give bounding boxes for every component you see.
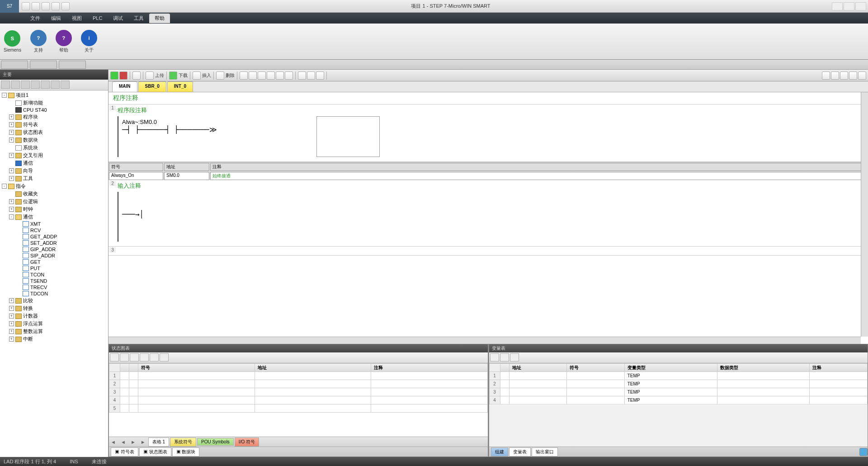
- tb2-button[interactable]: [30, 61, 57, 69]
- menu-edit[interactable]: 编辑: [46, 14, 66, 23]
- panel-tb-icon[interactable]: [500, 353, 509, 361]
- tree-item[interactable]: TCON: [1, 271, 107, 278]
- delete-button[interactable]: 删除: [216, 71, 235, 80]
- menu-file[interactable]: 文件: [25, 14, 46, 23]
- bottom-tab[interactable]: ▣ 状态图表: [139, 447, 171, 456]
- tree-item[interactable]: +向导: [1, 167, 107, 175]
- expand-icon[interactable]: +: [9, 207, 14, 212]
- contact-always-on[interactable]: Alwa~:SM0.0 ─┤ ├──────┤ ├───────≫: [122, 119, 217, 134]
- panel-tb-icon[interactable]: [150, 353, 159, 361]
- expand-icon[interactable]: +: [9, 130, 14, 135]
- qat-new-icon[interactable]: [22, 2, 30, 10]
- tree-item[interactable]: TRECV: [1, 284, 107, 290]
- tree-item[interactable]: XMT: [1, 221, 107, 227]
- ribbon-help-button[interactable]: ? 帮助: [56, 30, 72, 53]
- panel-tb-icon[interactable]: [490, 353, 499, 361]
- tab-build[interactable]: 组建: [491, 447, 508, 456]
- tree-toolbar-icon[interactable]: [61, 81, 70, 89]
- tree-toolbar-icon[interactable]: [51, 81, 60, 89]
- tree-item[interactable]: +中断: [1, 335, 107, 343]
- expand-icon[interactable]: +: [9, 329, 14, 334]
- compile-icon[interactable]: [132, 71, 141, 80]
- tree-item[interactable]: +数据块: [1, 136, 107, 144]
- tree-item[interactable]: +程序块: [1, 113, 107, 121]
- network-3[interactable]: 3: [108, 247, 868, 256]
- panel-tb-icon[interactable]: [130, 353, 139, 361]
- tab-main[interactable]: MAIN: [112, 81, 137, 92]
- expand-icon[interactable]: +: [9, 168, 14, 173]
- table-row[interactable]: 2TEMP: [489, 380, 868, 388]
- expand-icon[interactable]: -: [2, 93, 7, 98]
- table-row[interactable]: 3TEMP: [489, 388, 868, 396]
- expand-icon[interactable]: +: [9, 306, 14, 311]
- maximize-button[interactable]: [844, 2, 854, 10]
- ribbon-siemens-button[interactable]: S Siemens: [4, 30, 21, 52]
- vertical-scrollbar[interactable]: [861, 92, 868, 337]
- toolbar-icon[interactable]: [267, 71, 275, 80]
- tab-pou-symbols[interactable]: POU Symbols: [197, 438, 234, 446]
- toolbar-icon[interactable]: [240, 71, 248, 80]
- tab-sbr0[interactable]: SBR_0: [138, 81, 166, 92]
- menu-debug[interactable]: 调试: [108, 14, 128, 23]
- tree-item[interactable]: 通信: [1, 159, 107, 167]
- toolbar-icon[interactable]: [249, 71, 257, 80]
- tree-item[interactable]: -通信: [1, 213, 107, 221]
- table-row[interactable]: 1TEMP: [489, 372, 868, 380]
- panel-tb-icon[interactable]: [140, 353, 149, 361]
- tree-item[interactable]: +工具: [1, 175, 107, 182]
- tab-int0[interactable]: INT_0: [167, 81, 193, 92]
- tree-item[interactable]: GIP_ADDR: [1, 246, 107, 252]
- tree-item[interactable]: GET: [1, 259, 107, 265]
- tree-item[interactable]: TSEND: [1, 278, 107, 284]
- menu-plc[interactable]: PLC: [87, 14, 108, 22]
- network-2[interactable]: 2 输入注释 ───→│: [108, 180, 868, 247]
- toolbar-icon[interactable]: [831, 71, 839, 80]
- tree-item[interactable]: CPU ST40: [1, 107, 107, 113]
- toolbar-icon[interactable]: [858, 71, 866, 80]
- variable-table-grid[interactable]: 地址 符号 变量类型 数据类型 注释 1TEMP2TEMP3TEMP4TEMP: [489, 363, 868, 405]
- toolbar-icon[interactable]: [298, 71, 306, 80]
- toolbar-icon[interactable]: [285, 71, 293, 80]
- expand-icon[interactable]: +: [9, 114, 14, 119]
- expand-icon[interactable]: -: [9, 214, 14, 219]
- panel-tb-icon[interactable]: [120, 353, 129, 361]
- tab-variable-table[interactable]: 变量表: [509, 447, 531, 456]
- bottom-tab[interactable]: ▣ 符号表: [111, 447, 138, 456]
- tree-item[interactable]: -项目1: [1, 91, 107, 99]
- tree-item[interactable]: 新增功能: [1, 99, 107, 107]
- tree-item[interactable]: +转换: [1, 304, 107, 312]
- tree-item[interactable]: SET_ADDR: [1, 240, 107, 246]
- table-row[interactable]: 4TEMP: [489, 396, 868, 404]
- menu-view[interactable]: 视图: [66, 14, 87, 23]
- stop-icon[interactable]: [119, 71, 127, 80]
- expand-icon[interactable]: +: [9, 337, 14, 342]
- tree-toolbar-icon[interactable]: [11, 81, 20, 89]
- tree-toolbar-icon[interactable]: [31, 81, 40, 89]
- minimize-button[interactable]: [832, 2, 843, 10]
- panel-tb-icon[interactable]: [160, 353, 169, 361]
- app-logo[interactable]: S7: [0, 0, 19, 13]
- toolbar-icon[interactable]: [849, 71, 857, 80]
- expand-icon[interactable]: +: [9, 321, 14, 326]
- tree-item[interactable]: GET_ADDP: [1, 233, 107, 240]
- tree-item[interactable]: RCV: [1, 227, 107, 233]
- tree-item[interactable]: 收藏夹: [1, 190, 107, 198]
- insert-button[interactable]: 插入: [193, 71, 211, 80]
- tree-item[interactable]: +整数运算: [1, 328, 107, 335]
- tree-item[interactable]: +比较: [1, 297, 107, 304]
- tab-system-symbols[interactable]: 系统符号: [170, 437, 196, 447]
- download-button[interactable]: 下载: [169, 71, 188, 80]
- horizontal-scrollbar[interactable]: [108, 337, 861, 344]
- network-1[interactable]: 1 程序段注释 Alwa~:SM0.0 ─┤ ├──────┤ ├───────…: [108, 105, 868, 162]
- bottom-tab[interactable]: ▣ 数据块: [172, 447, 200, 456]
- expand-icon[interactable]: +: [9, 176, 14, 181]
- tree-item[interactable]: +计数器: [1, 312, 107, 320]
- tb2-button[interactable]: [59, 61, 86, 69]
- expand-icon[interactable]: +: [9, 138, 14, 143]
- status-chart-grid[interactable]: 符号 地址 注释 1 2 3 4 5: [109, 363, 488, 437]
- panel-anchor-icon[interactable]: [859, 448, 868, 456]
- tree-item[interactable]: +位逻辑: [1, 198, 107, 205]
- tree-item[interactable]: SIP_ADDR: [1, 252, 107, 259]
- expand-icon[interactable]: +: [9, 314, 14, 319]
- toolbar-icon[interactable]: [316, 71, 324, 80]
